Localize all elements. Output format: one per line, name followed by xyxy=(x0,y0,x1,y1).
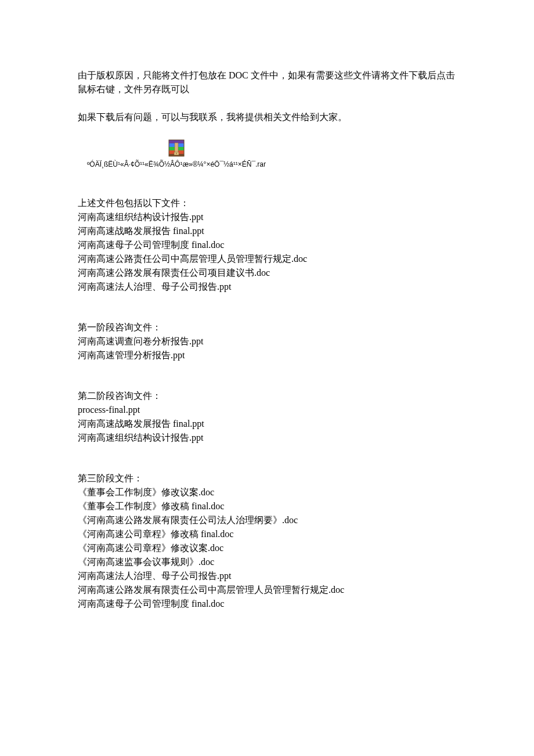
section-phase3-file-list: 《董事会工作制度》修改议案.doc 《董事会工作制度》修改稿 final.doc… xyxy=(78,485,459,611)
file-item: 河南高速母子公司管理制度 final.doc xyxy=(78,597,459,611)
rar-archive-icon xyxy=(167,138,186,158)
document-page: 由于版权原因，只能将文件打包放在 DOC 文件中，如果有需要这些文件请将文件下载… xyxy=(0,0,534,756)
section-main: 上述文件包包括以下文件： 河南高速组织结构设计报告.ppt 河南高速战略发展报告… xyxy=(78,196,459,294)
file-item: 《董事会工作制度》修改议案.doc xyxy=(78,485,459,499)
intro-paragraph-1: 由于版权原因，只能将文件打包放在 DOC 文件中，如果有需要这些文件请将文件下载… xyxy=(78,69,459,96)
section-phase1-file-list: 河南高速调查问卷分析报告.ppt 河南高速管理分析报告.ppt xyxy=(78,334,459,362)
file-item: 河南高速调查问卷分析报告.ppt xyxy=(78,334,459,348)
file-item: 河南高速公路发展有限责任公司中高层管理人员管理暂行规定.doc xyxy=(78,583,459,597)
file-item: 河南高速法人治理、母子公司报告.ppt xyxy=(78,569,459,583)
vertical-gap xyxy=(78,445,459,471)
file-item: 河南高速战略发展报告 final.ppt xyxy=(78,224,459,238)
file-item: 河南高速组织结构设计报告.ppt xyxy=(78,210,459,224)
file-item: 《河南高速公司章程》修改稿 final.doc xyxy=(78,527,459,541)
section-phase1-heading: 第一阶段咨询文件： xyxy=(78,321,459,334)
file-item: 河南高速管理分析报告.ppt xyxy=(78,348,459,362)
file-item: 河南高速战略发展报告 final.ppt xyxy=(78,417,459,431)
section-phase2-heading: 第二阶段咨询文件： xyxy=(78,389,459,403)
intro-paragraph-2: 如果下载后有问题，可以与我联系，我将提供相关文件给到大家。 xyxy=(78,110,459,124)
file-item: 《河南高速监事会议事规则》.doc xyxy=(78,555,459,569)
file-item: 《河南高速公路发展有限责任公司法人治理纲要》.doc xyxy=(78,513,459,527)
file-item: 河南高速公路发展有限责任公司项目建议书.doc xyxy=(78,266,459,280)
section-phase2: 第二阶段咨询文件： process-final.ppt 河南高速战略发展报告 f… xyxy=(78,389,459,445)
file-item: 河南高速组织结构设计报告.ppt xyxy=(78,431,459,445)
section-main-heading: 上述文件包包括以下文件： xyxy=(78,196,459,210)
svg-point-8 xyxy=(176,153,177,154)
rar-attachment[interactable]: ºÓÄÏ¸ßËÙ¹«Â·¢Õ¹¹«Ë¾Õ½ÂÔ¹æ»®¼°×éÖ¯½á¹¹×ÉÑ… xyxy=(78,138,275,170)
section-phase3: 第三阶段文件： 《董事会工作制度》修改议案.doc 《董事会工作制度》修改稿 f… xyxy=(78,471,459,611)
section-phase3-heading: 第三阶段文件： xyxy=(78,471,459,485)
file-item: 河南高速母子公司管理制度 final.doc xyxy=(78,238,459,252)
section-main-file-list: 河南高速组织结构设计报告.ppt 河南高速战略发展报告 final.ppt 河南… xyxy=(78,210,459,294)
svg-rect-6 xyxy=(175,143,178,153)
file-item: 河南高速法人治理、母子公司报告.ppt xyxy=(78,280,459,294)
file-item: 《董事会工作制度》修改稿 final.doc xyxy=(78,499,459,513)
file-item: process-final.ppt xyxy=(78,403,459,417)
section-phase2-file-list: process-final.ppt 河南高速战略发展报告 final.ppt 河… xyxy=(78,403,459,445)
section-phase1: 第一阶段咨询文件： 河南高速调查问卷分析报告.ppt 河南高速管理分析报告.pp… xyxy=(78,321,459,362)
file-item: 《河南高速公司章程》修改议案.doc xyxy=(78,541,459,555)
file-item: 河南高速公路责任公司中高层管理人员管理暂行规定.doc xyxy=(78,252,459,266)
rar-filename-label: ºÓÄÏ¸ßËÙ¹«Â·¢Õ¹¹«Ë¾Õ½ÂÔ¹æ»®¼°×éÖ¯½á¹¹×ÉÑ… xyxy=(87,159,266,170)
